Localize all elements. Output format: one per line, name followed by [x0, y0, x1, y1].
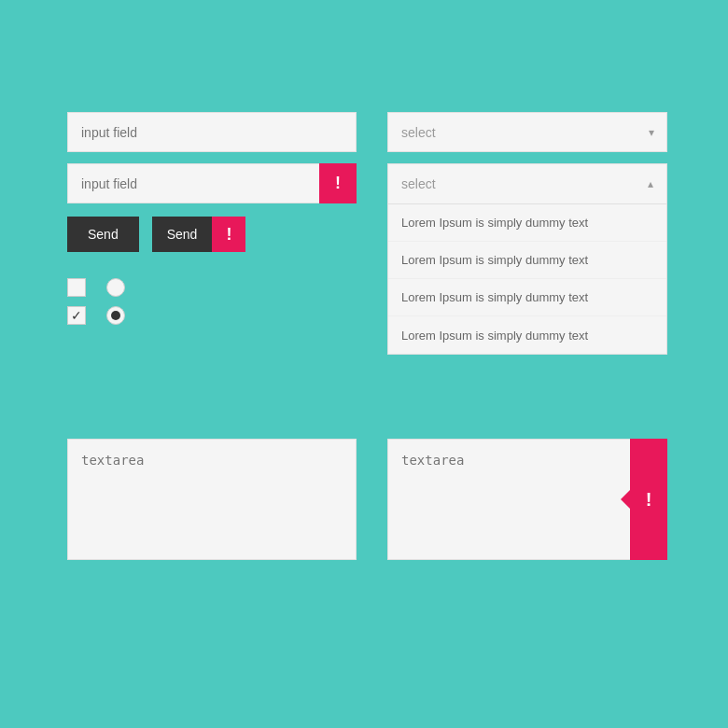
checkbox-unchecked[interactable]: [67, 278, 86, 297]
radio-unchecked[interactable]: [106, 278, 125, 297]
form-controls: [67, 278, 357, 325]
select-dropdown[interactable]: select: [387, 112, 667, 152]
dropdown-item[interactable]: Lorem Ipsum is simply dummy text: [388, 316, 666, 354]
dropdown-item[interactable]: Lorem Ipsum is simply dummy text: [388, 279, 666, 316]
textarea-error-container: !: [387, 439, 667, 560]
dropdown-item[interactable]: Lorem Ipsum is simply dummy text: [388, 242, 666, 279]
main-container: ! Send Send !: [0, 0, 728, 728]
send-button-error-text[interactable]: Send: [152, 217, 213, 252]
buttons-row: Send Send !: [67, 217, 357, 252]
dropdown-open: select ▴ Lorem Ipsum is simply dummy tex…: [387, 163, 667, 355]
send-error-badge: !: [212, 217, 245, 252]
input-field-normal[interactable]: [67, 112, 357, 152]
select-wrapper: select ▾: [387, 112, 667, 152]
dropdown-header[interactable]: select ▴: [388, 164, 666, 204]
dropdown-item[interactable]: Lorem Ipsum is simply dummy text: [388, 204, 666, 242]
radio-checked[interactable]: [106, 306, 125, 325]
right-column: select ▾ select ▴ Lorem Ipsum is simply …: [387, 112, 667, 355]
input-error-badge: !: [319, 163, 357, 203]
controls-unchecked-row: [67, 278, 357, 297]
textarea-left-wrapper: [67, 439, 357, 560]
input-wrapper-error: !: [67, 163, 357, 203]
left-column: ! Send Send !: [67, 112, 357, 325]
textarea-normal[interactable]: [67, 439, 357, 560]
checkbox-checked[interactable]: [67, 306, 86, 325]
send-button-normal[interactable]: Send: [67, 217, 139, 252]
input-field-error[interactable]: [67, 163, 357, 203]
send-button-error: Send !: [152, 217, 246, 252]
textarea-right-wrapper: !: [387, 439, 667, 560]
dropdown-arrow-up-icon: ▴: [648, 177, 653, 190]
input-wrapper-normal: [67, 112, 357, 152]
controls-checked-row: [67, 306, 357, 325]
textarea-error-badge: !: [630, 439, 667, 560]
